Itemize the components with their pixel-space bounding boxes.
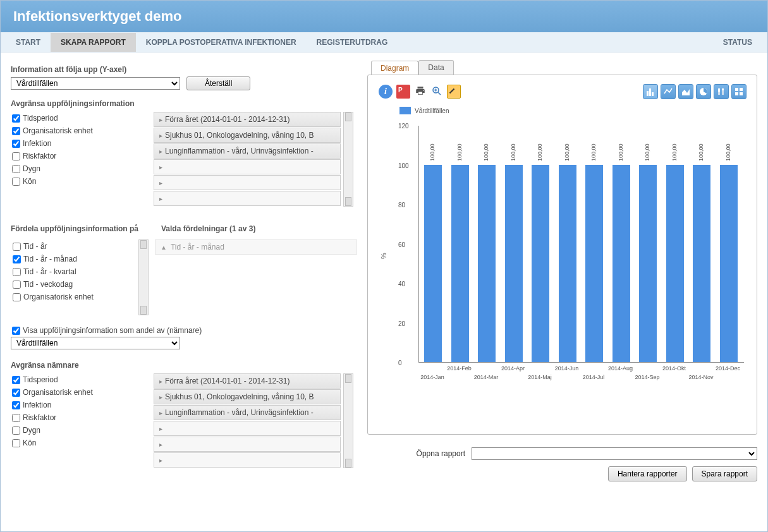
bar-label-6: 100,00: [590, 143, 597, 161]
filter1-check-label-3: Riskfaktor: [23, 152, 56, 160]
move-up-icon[interactable]: ▲: [161, 244, 167, 251]
dist-check-3[interactable]: Tid - veckodag: [11, 278, 135, 291]
nav-start[interactable]: START: [6, 33, 51, 52]
filter1-check-3[interactable]: Riskfaktor: [11, 150, 151, 162]
nav-registerutdrag[interactable]: REGISTERUTDRAG: [307, 33, 398, 52]
scrollbar[interactable]: [138, 239, 149, 315]
dist-check-4[interactable]: Organisatorisk enhet: [11, 291, 135, 303]
filter1-checkbox-0[interactable]: [12, 114, 20, 123]
bar-3: [505, 165, 523, 363]
print-icon[interactable]: [413, 84, 427, 98]
dist-checkbox-1[interactable]: [13, 255, 21, 263]
chart-toolbar: i: [374, 82, 750, 102]
dist-checkbox-4[interactable]: [13, 293, 21, 301]
filter2-checkbox-3[interactable]: [12, 414, 20, 422]
dist-checkbox-0[interactable]: [13, 243, 21, 251]
chart-type-line-icon[interactable]: [661, 84, 676, 99]
expand-icon: ▸: [159, 425, 162, 432]
filter1-checkbox-5[interactable]: [12, 178, 20, 186]
manage-reports-button[interactable]: Hantera rapporter: [608, 466, 687, 481]
filter1-value-3[interactable]: ▸: [154, 159, 341, 174]
filter1-check-4[interactable]: Dygn: [11, 162, 151, 175]
filter2-check-label-1: Organisatorisk enhet: [23, 388, 93, 397]
filter1-value-4[interactable]: ▸: [154, 175, 341, 190]
filter1-checkbox-4[interactable]: [12, 165, 20, 173]
scrollbar[interactable]: [343, 373, 353, 468]
nav-status[interactable]: STATUS: [713, 33, 762, 52]
proportion-checkbox-row[interactable]: Visa uppföljningsinformation som andel a…: [11, 324, 357, 337]
chart-type-area-icon[interactable]: [678, 84, 693, 99]
chart-type-pie-icon[interactable]: [696, 84, 711, 99]
title-bar: Infektionsverktyget demo: [1, 1, 767, 32]
info-select[interactable]: Vårdtillfällen: [11, 77, 180, 90]
filter2-check-2[interactable]: Infektion: [11, 399, 151, 411]
y-tick: 0: [398, 360, 402, 366]
filter-block-2: TidsperiodOrganisatorisk enhetInfektionR…: [11, 373, 357, 468]
app-frame: Infektionsverktyget demo START SKAPA RAP…: [0, 0, 768, 532]
x-tick-0: 2014-Jan: [420, 374, 444, 380]
filter-block-1: TidsperiodOrganisatorisk enhetInfektionR…: [11, 112, 357, 207]
filter2-checkbox-5[interactable]: [12, 439, 20, 447]
tab-diagram[interactable]: Diagram: [371, 61, 418, 75]
filter1-checkbox-3[interactable]: [12, 152, 20, 160]
filter1-check-5[interactable]: Kön: [11, 175, 151, 188]
filter2-check-5[interactable]: Kön: [11, 437, 151, 449]
filter2-checkbox-0[interactable]: [12, 376, 20, 384]
filter1-check-0[interactable]: Tidsperiod: [11, 112, 151, 124]
x-tick-7: 2014-Aug: [608, 365, 633, 372]
chart-type-bar-icon[interactable]: [643, 84, 658, 99]
filter1-check-1[interactable]: Organisatorisk enhet: [11, 124, 151, 137]
save-report-button[interactable]: Spara rapport: [692, 466, 757, 481]
proportion-select[interactable]: Vårdtillfällen: [11, 337, 180, 349]
chart-type-grid-icon[interactable]: [731, 84, 747, 99]
powerpoint-icon[interactable]: [396, 84, 411, 99]
filter2-check-3[interactable]: Riskfaktor: [11, 411, 151, 424]
dist-check-1[interactable]: Tid - år - månad: [11, 253, 135, 265]
filter2-check-label-0: Tidsperiod: [23, 375, 58, 384]
filter1-value-1[interactable]: ▸Sjukhus 01, Onkologavdelning, våning 10…: [154, 128, 341, 143]
filter2-checkbox-2[interactable]: [12, 401, 20, 409]
filter2-checkbox-4[interactable]: [12, 426, 20, 435]
scrollbar[interactable]: [343, 112, 353, 207]
filter2-checkbox-1[interactable]: [12, 389, 20, 397]
x-tick-3: 2014-Apr: [501, 365, 525, 372]
nav-skapa-rapport[interactable]: SKAPA RAPPORT: [51, 33, 136, 52]
filter1-checkbox-1[interactable]: [12, 127, 20, 135]
filter1-value-0[interactable]: ▸Förra året (2014-01-01 - 2014-12-31): [154, 112, 341, 127]
chart-type-stacked-icon[interactable]: [714, 84, 729, 99]
x-tick-11: 2014-Dec: [716, 365, 740, 372]
reset-button[interactable]: Återställ: [186, 76, 250, 90]
chart-box: i: [367, 75, 757, 435]
zoom-icon[interactable]: [430, 84, 444, 98]
dist-check-0[interactable]: Tid - år: [11, 240, 135, 253]
nav-koppla[interactable]: KOPPLA POSTOPERATIVA INFEKTIONER: [136, 33, 307, 52]
filter2-check-4[interactable]: Dygn: [11, 424, 151, 437]
svg-rect-13: [735, 88, 738, 91]
tab-data[interactable]: Data: [418, 60, 453, 75]
open-report-select[interactable]: [472, 447, 757, 460]
filter2-check-0[interactable]: Tidsperiod: [11, 373, 151, 386]
proportion-checkbox[interactable]: [12, 327, 20, 335]
selected-distribution-item[interactable]: ▲ Tid - år - månad: [155, 239, 357, 255]
filter2-value-5[interactable]: ▸: [154, 452, 341, 468]
filter2-value-4[interactable]: ▸: [154, 437, 341, 452]
filter1-checkbox-2[interactable]: [12, 140, 20, 148]
filter2-value-3[interactable]: ▸: [154, 421, 341, 436]
y-tick: 20: [398, 320, 405, 327]
filter2-value-0[interactable]: ▸Förra året (2014-01-01 - 2014-12-31): [154, 373, 341, 389]
filter2-check-1[interactable]: Organisatorisk enhet: [11, 386, 151, 399]
expand-icon: ▸: [159, 179, 162, 186]
filter2-value-1[interactable]: ▸Sjukhus 01, Onkologavdelning, våning 10…: [154, 389, 341, 404]
info-icon[interactable]: i: [378, 84, 393, 99]
x-tick-5: 2014-Jun: [555, 365, 579, 372]
dist-checkbox-2[interactable]: [13, 268, 21, 276]
edit-icon[interactable]: [446, 84, 461, 99]
filter2-check-label-4: Dygn: [23, 426, 40, 435]
nav-bar: START SKAPA RAPPORT KOPPLA POSTOPERATIVA…: [1, 32, 767, 52]
filter1-value-5[interactable]: ▸: [154, 191, 341, 206]
filter2-value-2[interactable]: ▸Lunginflammation - vård, Urinvägsinfekt…: [154, 405, 341, 420]
filter1-check-2[interactable]: Infektion: [11, 137, 151, 150]
dist-checkbox-3[interactable]: [13, 281, 21, 289]
filter1-value-2[interactable]: ▸Lunginflammation - vård, Urinvägsinfekt…: [154, 143, 341, 159]
dist-check-2[interactable]: Tid - år - kvartal: [11, 265, 135, 278]
